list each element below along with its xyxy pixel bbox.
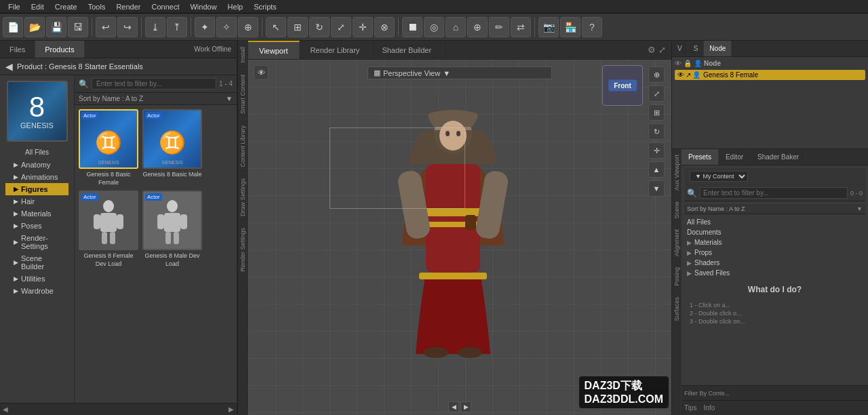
open-button[interactable]: 📂 (24, 17, 45, 37)
smart-content-tab[interactable]: Smart Content (238, 68, 248, 119)
render-button[interactable]: ✦ (195, 17, 215, 37)
perspective-dropdown[interactable]: ▦ Perspective View ▼ (368, 66, 552, 79)
menu-tools[interactable]: Tools (83, 3, 111, 11)
menu-file[interactable]: File (3, 3, 26, 11)
back-button[interactable]: ◀ (5, 61, 13, 72)
alignment-tab[interactable]: Alignment (672, 224, 682, 262)
menu-render[interactable]: Render (111, 3, 146, 11)
sort-dropdown-button[interactable]: ▼ (226, 95, 233, 102)
viewport-cube[interactable]: Front (602, 65, 643, 106)
cat-wardrobe[interactable]: ▶ Wardrobe (5, 285, 68, 297)
menu-edit[interactable]: Edit (26, 3, 50, 11)
tab-shader-builder[interactable]: Shader Builder (371, 41, 443, 59)
product-main-thumbnail[interactable]: 8 GENESIS (7, 81, 68, 142)
geometry-editor[interactable]: 🔲 (402, 17, 422, 37)
scene-tab-s[interactable]: S (688, 41, 705, 56)
vp-zoom-ctrl[interactable]: ⤢ (648, 85, 665, 102)
universal-tool[interactable]: ⊗ (374, 17, 395, 37)
menu-help[interactable]: Help (222, 3, 249, 11)
scene-side-tab[interactable]: Scene (672, 196, 682, 224)
content-library-tab[interactable]: Content Library (238, 119, 248, 173)
bend-tool[interactable]: ⌂ (446, 17, 466, 37)
scene-tab-node[interactable]: Node (704, 41, 732, 56)
redo-button[interactable]: ↪ (117, 17, 138, 37)
new-button[interactable]: 📄 (3, 17, 23, 37)
cat-utilities[interactable]: ▶ Utilities (5, 273, 68, 285)
save-button[interactable]: 💾 (46, 17, 66, 37)
presets-cat-shaders[interactable]: ▶ Shaders (684, 258, 865, 268)
cat-materials[interactable]: ▶ Materials (5, 208, 68, 220)
presets-cat-props[interactable]: ▶ Props (684, 248, 865, 258)
tab-render-library[interactable]: Render Library (300, 41, 372, 59)
info-label[interactable]: Info (704, 404, 715, 412)
export-button[interactable]: ⤒ (167, 17, 187, 37)
install-tab[interactable]: Install (238, 41, 248, 68)
vp-perspective-ctrl[interactable]: ⊕ (648, 66, 665, 83)
rotate-tool[interactable]: ↻ (309, 17, 330, 37)
tab-products[interactable]: Products (35, 41, 84, 58)
translate-tool[interactable]: ✛ (353, 17, 373, 37)
viewport[interactable]: ▦ Perspective View ▼ 👁 (248, 60, 671, 415)
vp-prev-button[interactable]: ◀ (448, 401, 459, 412)
scene-tab-v[interactable]: V (672, 41, 688, 56)
vp-eye-icon[interactable]: 👁 (254, 65, 269, 80)
render-to-new-button[interactable]: ✧ (216, 17, 237, 37)
all-files-label[interactable]: All Files (25, 149, 49, 156)
presets-tab-editor[interactable]: Editor (719, 149, 751, 165)
presets-sort-arrow[interactable]: ▼ (856, 205, 863, 212)
vp-up-ctrl[interactable]: ▲ (648, 161, 665, 178)
vp-next-button[interactable]: ▶ (460, 401, 471, 412)
presets-dropdown-select[interactable]: ▼ My Content (690, 171, 748, 182)
scale-tool[interactable]: ⤢ (331, 17, 351, 37)
draw-settings-tab[interactable]: Draw Settings (238, 172, 248, 222)
presets-cat-materials[interactable]: ▶ Materials (684, 237, 865, 248)
store-button[interactable]: 🏪 (560, 17, 580, 37)
cat-animations[interactable]: ▶ Animations (5, 171, 68, 183)
import-button[interactable]: ⤓ (145, 17, 165, 37)
save-as-button[interactable]: 🖫 (68, 17, 88, 37)
menu-window[interactable]: Window (184, 3, 222, 11)
cat-anatomy[interactable]: ▶ Anatomy (5, 159, 68, 171)
surfaces-tab[interactable]: Surfaces (672, 292, 682, 327)
viewport-settings-icon[interactable]: ⚙ (648, 45, 656, 55)
menu-connect[interactable]: Connect (146, 3, 185, 11)
tab-viewport[interactable]: Viewport (248, 41, 300, 59)
cat-poses[interactable]: ▶ Poses (5, 220, 68, 232)
iray-button[interactable]: ⊕ (238, 17, 258, 37)
grid-item-0[interactable]: Actor ♊ GENESIS Genesis 8 Basic Female (79, 109, 138, 186)
help-button[interactable]: ? (582, 17, 602, 37)
select-tool[interactable]: ↖ (266, 17, 286, 37)
menu-scripts[interactable]: Scripts (248, 3, 282, 11)
presets-tab-shader-baker[interactable]: Shader Baker (751, 149, 806, 165)
smooth-tool[interactable]: ◎ (424, 17, 444, 37)
scroll-left-button[interactable]: ◀ (3, 406, 8, 413)
cat-render-settings[interactable]: ▶ Render-Settings (5, 232, 68, 252)
presets-cat-saved-files[interactable]: ▶ Saved Files (684, 268, 865, 278)
presets-cat-documents[interactable]: Documents (684, 227, 865, 237)
grid-item-1[interactable]: Actor ♊ GENESIS Genesis 8 Basic Male (142, 109, 202, 186)
cat-hair[interactable]: ▶ Hair (5, 195, 68, 208)
scroll-right-button[interactable]: ▶ (229, 406, 234, 413)
presets-search-input[interactable] (700, 187, 848, 199)
transfer-utility[interactable]: ⇄ (511, 17, 531, 37)
vp-orbit-ctrl[interactable]: ↻ (648, 123, 665, 140)
filter-by-content-button[interactable]: Filter By Conte... (684, 390, 730, 397)
vp-frame-ctrl[interactable]: ⊞ (648, 104, 665, 121)
render-settings-side-tab[interactable]: Render Settings (238, 222, 248, 277)
viewport-maximize-icon[interactable]: ⤢ (658, 45, 666, 55)
presets-tab-presets[interactable]: Presets (682, 149, 719, 165)
undo-button[interactable]: ↩ (96, 17, 116, 37)
node-select[interactable]: ⊞ (288, 17, 308, 37)
morph-brush[interactable]: ✏ (489, 17, 509, 37)
tips-label[interactable]: Tips (684, 404, 697, 412)
joint-editor[interactable]: ⊕ (467, 17, 488, 37)
node-genesis-8-female[interactable]: 👁 ↗ 👤 Genesis 8 Female (675, 70, 865, 80)
cat-figures[interactable]: ▶ Figures (5, 183, 68, 195)
tab-files[interactable]: Files (0, 41, 35, 58)
grid-item-3[interactable]: Actor Genesis 8 Male Dev Load (142, 191, 202, 268)
vp-pan-ctrl[interactable]: ✛ (648, 142, 665, 159)
camera-button[interactable]: 📷 (538, 17, 559, 37)
presets-cat-all-files[interactable]: All Files (684, 217, 865, 227)
cat-scene-builder[interactable]: ▶ Scene Builder (5, 252, 68, 273)
posing-tab[interactable]: Posing (672, 262, 682, 292)
